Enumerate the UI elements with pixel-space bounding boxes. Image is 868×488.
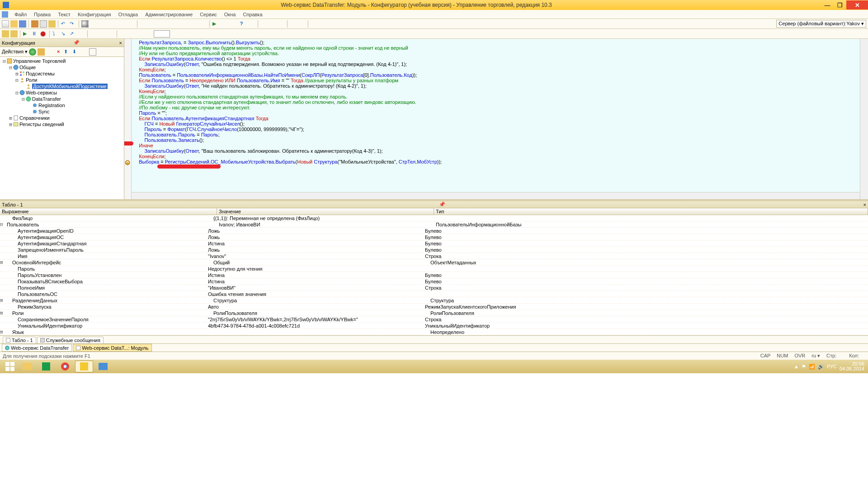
- icon[interactable]: [148, 20, 156, 28]
- debug-start-icon[interactable]: ▶: [212, 20, 219, 28]
- undo-icon[interactable]: ↶: [61, 20, 68, 28]
- col-expression[interactable]: Выражение: [0, 208, 217, 215]
- icon[interactable]: [2, 30, 9, 38]
- doc-tab-datatransfer[interactable]: Web-сервис DataTransfer: [2, 344, 72, 352]
- icon[interactable]: [140, 20, 147, 28]
- tree-node[interactable]: ⊞ Регистры сведений: [0, 121, 124, 127]
- table-row[interactable]: УникальныйИдентификатор4bfb4734-9784-478…: [0, 323, 868, 329]
- tray-vol-icon[interactable]: 🔊: [818, 364, 824, 370]
- close-button[interactable]: ✕: [846, 0, 868, 9]
- doc-tab-module[interactable]: Web-сервис DataT...: Модуль: [73, 344, 151, 352]
- icon[interactable]: [278, 20, 285, 28]
- table-row[interactable]: ФизЛицо{(1,1)}: Переменная не определена…: [0, 215, 868, 221]
- tray-safe-icon[interactable]: ⚑: [802, 364, 806, 370]
- icon[interactable]: [78, 30, 85, 38]
- menu-admin[interactable]: Администрирование: [142, 11, 196, 18]
- table-row[interactable]: ⊞РазделениеДанныхСтруктураСтруктура: [0, 297, 868, 304]
- table-row[interactable]: ⊟ПользовательIvanov; ИвановВИПользовател…: [0, 221, 868, 228]
- icon[interactable]: [200, 20, 207, 28]
- table-row[interactable]: ⊞РолиРолиПользователяРолиПользователя: [0, 310, 868, 316]
- horizontal-scrollbar[interactable]: [132, 192, 860, 199]
- system-tray[interactable]: ▲ ⚑ 📶 🔊 РУС 20:56 04.06.2014: [794, 361, 866, 371]
- table-row[interactable]: СохраняемоеЗначениеПароля"2rrj7l5rSw0yVb…: [0, 316, 868, 323]
- filter-icon[interactable]: [89, 48, 96, 56]
- icon[interactable]: [137, 30, 144, 38]
- edit-icon[interactable]: [38, 48, 45, 56]
- add-icon[interactable]: [29, 48, 36, 56]
- menu-help[interactable]: Справка: [239, 11, 266, 18]
- task-rdp[interactable]: [94, 361, 112, 372]
- menu-config[interactable]: Конфигурация: [74, 11, 115, 18]
- icon[interactable]: [191, 20, 198, 28]
- icon[interactable]: [221, 20, 228, 28]
- tree-node[interactable]: ⊞ Справочники: [0, 115, 124, 121]
- actions-dropdown[interactable]: Действия ▾: [2, 49, 28, 55]
- tray-lang[interactable]: РУС: [827, 364, 837, 369]
- table-row[interactable]: РежимЗапускаАвтоРежимЗапускаКлиентскогоП…: [0, 304, 868, 310]
- new-icon[interactable]: [2, 20, 9, 28]
- icon[interactable]: [90, 20, 97, 28]
- icon[interactable]: [336, 20, 344, 28]
- menu-debug[interactable]: Отладка: [115, 11, 142, 18]
- tray-up-icon[interactable]: ▲: [794, 364, 799, 369]
- breakpoint-marker-icon[interactable]: [125, 160, 130, 165]
- icon[interactable]: [290, 20, 297, 28]
- icon[interactable]: [165, 20, 173, 28]
- tree-node[interactable]: ⊟ Управление Торговлей: [0, 58, 124, 64]
- table-row[interactable]: АутентификацияСтандартнаяИстинаБулево: [0, 240, 868, 247]
- save-icon[interactable]: [19, 20, 26, 28]
- icon[interactable]: [183, 20, 190, 28]
- icon[interactable]: [328, 20, 335, 28]
- vertical-scrollbar[interactable]: [860, 39, 868, 199]
- delete-icon[interactable]: ×: [55, 48, 62, 56]
- tray-clock[interactable]: 20:56 04.06.2014: [840, 361, 866, 371]
- table-row[interactable]: ⊞ЯзыкНеопределено: [0, 329, 868, 335]
- icon[interactable]: [319, 20, 326, 28]
- icon[interactable]: [119, 30, 127, 38]
- status-lang[interactable]: ru ▾: [811, 353, 820, 359]
- icon[interactable]: [90, 30, 97, 38]
- task-explorer[interactable]: [18, 361, 36, 372]
- icon[interactable]: [107, 30, 114, 38]
- pin-icon[interactable]: 📌: [72, 40, 80, 46]
- icon[interactable]: [260, 20, 268, 28]
- menu-text[interactable]: Текст: [54, 11, 74, 18]
- maximize-button[interactable]: ❐: [834, 0, 846, 9]
- tree-node[interactable]: ⊟ Web-сервисы: [0, 89, 124, 96]
- tree-node[interactable]: Sync: [0, 108, 124, 115]
- redo-icon[interactable]: ↷: [69, 20, 76, 28]
- icon[interactable]: [128, 30, 135, 38]
- menu-service[interactable]: Сервис: [196, 11, 221, 18]
- close-panel-icon[interactable]: ×: [118, 40, 124, 46]
- table-row[interactable]: ПоказыватьВСпискеВыбораИстинаБулево: [0, 278, 868, 285]
- table-row[interactable]: АутентификацияOpenIDЛожьБулево: [0, 228, 868, 234]
- icon[interactable]: [174, 20, 181, 28]
- minimize-button[interactable]: —: [821, 0, 834, 9]
- menu-edit[interactable]: Правка: [30, 11, 54, 18]
- col-type[interactable]: Тип: [434, 208, 868, 215]
- icon[interactable]: [46, 48, 53, 56]
- start-button[interactable]: [2, 361, 18, 372]
- icon[interactable]: [229, 20, 236, 28]
- cut-icon[interactable]: [31, 20, 38, 28]
- tab-tablo[interactable]: Табло - 1: [3, 337, 36, 343]
- icon[interactable]: [311, 20, 318, 28]
- table-row[interactable]: ПолноеИмя"ИвановВИ"Строка: [0, 285, 868, 291]
- table-row[interactable]: ПользовательОСОшибка чтения значения: [0, 291, 868, 297]
- help-icon[interactable]: ?: [238, 20, 245, 28]
- icon[interactable]: [80, 48, 88, 56]
- tree-node[interactable]: ⊟ Роли: [0, 77, 124, 83]
- icon[interactable]: [10, 30, 18, 38]
- up-icon[interactable]: ⬆: [63, 48, 71, 56]
- debug-pause-icon[interactable]: ⏸: [31, 30, 38, 38]
- task-chrome[interactable]: [56, 361, 74, 372]
- task-store[interactable]: [37, 361, 55, 372]
- open-icon[interactable]: [10, 20, 18, 28]
- step-into-icon[interactable]: ↘: [61, 30, 68, 38]
- find-icon[interactable]: [81, 20, 89, 28]
- down-icon[interactable]: ⬇: [72, 48, 79, 56]
- menu-file[interactable]: Файл: [11, 11, 30, 18]
- table-row[interactable]: ПарольНедоступно для чтения: [0, 266, 868, 272]
- icon[interactable]: [154, 30, 170, 38]
- tree-node[interactable]: ⊟ DataTransfer: [0, 96, 124, 102]
